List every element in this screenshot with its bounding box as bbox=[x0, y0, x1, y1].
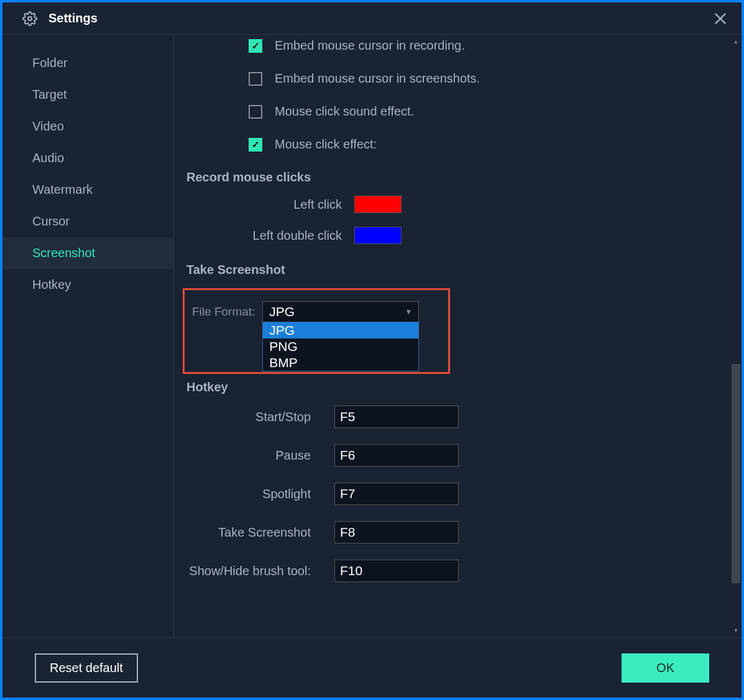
checkbox-embed-cursor-recording[interactable]: ✓ bbox=[249, 39, 262, 53]
hotkey-label: Show/Hide brush tool: bbox=[186, 564, 311, 578]
hotkey-row-brush-tool: Show/Hide brush tool: bbox=[186, 560, 719, 582]
body: Folder Target Video Audio Watermark Curs… bbox=[2, 35, 742, 637]
hotkey-label: Take Screenshot bbox=[186, 525, 311, 540]
titlebar: Settings bbox=[2, 2, 742, 35]
hotkey-label: Spotlight bbox=[186, 487, 311, 501]
hotkey-input-spotlight[interactable] bbox=[334, 483, 459, 505]
file-format-highlight: File Format: JPG ▼ JPG PNG BMP bbox=[183, 288, 450, 374]
gear-icon bbox=[22, 11, 37, 26]
settings-window: Settings Folder Target Video Audio Water… bbox=[2, 2, 742, 698]
sidebar-item-folder[interactable]: Folder bbox=[2, 47, 173, 79]
hotkey-label: Start/Stop bbox=[186, 410, 311, 424]
footer: Reset default OK bbox=[2, 637, 742, 698]
hotkey-row-pause: Pause bbox=[186, 444, 719, 466]
svg-point-0 bbox=[28, 17, 32, 20]
file-format-row: File Format: JPG ▼ JPG PNG BMP bbox=[192, 301, 441, 322]
left-click-label: Left click bbox=[186, 198, 342, 212]
checkbox-click-effect-row: ✓ Mouse click effect: bbox=[249, 137, 719, 152]
scroll-down-icon[interactable]: ▼ bbox=[732, 626, 740, 635]
sidebar-item-audio[interactable]: Audio bbox=[2, 142, 173, 174]
reset-default-button[interactable]: Reset default bbox=[35, 653, 138, 683]
hotkey-input-pause[interactable] bbox=[334, 444, 459, 466]
sidebar-item-watermark[interactable]: Watermark bbox=[2, 174, 173, 206]
window-title: Settings bbox=[48, 11, 98, 25]
checkbox-label: Mouse click sound effect. bbox=[275, 104, 414, 119]
scrollbar-thumb[interactable] bbox=[732, 364, 740, 583]
checkbox-embed-cursor-screenshots[interactable] bbox=[249, 72, 262, 86]
file-format-options: JPG PNG BMP bbox=[262, 322, 419, 371]
checkbox-click-sound[interactable] bbox=[249, 105, 262, 119]
file-format-selected[interactable]: JPG ▼ bbox=[262, 301, 419, 322]
checkbox-label: Embed mouse cursor in screenshots. bbox=[275, 71, 480, 86]
hotkey-row-spotlight: Spotlight bbox=[186, 483, 719, 505]
content: ✓ Embed mouse cursor in recording. Embed… bbox=[174, 35, 742, 637]
scroll-up-icon[interactable]: ▲ bbox=[732, 37, 740, 46]
sidebar-item-screenshot[interactable]: Screenshot bbox=[2, 237, 173, 269]
hotkey-input-take-screenshot[interactable] bbox=[334, 521, 459, 543]
chevron-down-icon: ▼ bbox=[405, 307, 412, 316]
file-format-option-jpg[interactable]: JPG bbox=[263, 322, 418, 339]
file-format-dropdown[interactable]: JPG ▼ JPG PNG BMP bbox=[262, 301, 419, 322]
checkbox-label: Embed mouse cursor in recording. bbox=[275, 39, 465, 53]
sidebar-item-video[interactable]: Video bbox=[2, 111, 173, 142]
hotkey-input-brush-tool[interactable] bbox=[334, 560, 459, 582]
checkbox-label: Mouse click effect: bbox=[275, 137, 377, 152]
left-click-color-swatch[interactable] bbox=[354, 196, 402, 213]
checkbox-embed-cursor-screenshots-row: Embed mouse cursor in screenshots. bbox=[249, 71, 719, 86]
ok-button[interactable]: OK bbox=[622, 653, 709, 683]
sidebar-item-target[interactable]: Target bbox=[2, 79, 173, 111]
hotkey-heading: Hotkey bbox=[186, 380, 719, 394]
hotkey-label: Pause bbox=[186, 448, 311, 463]
file-format-label: File Format: bbox=[192, 305, 255, 319]
file-format-option-png[interactable]: PNG bbox=[263, 339, 418, 355]
left-click-row: Left click bbox=[186, 196, 719, 213]
sidebar-item-cursor[interactable]: Cursor bbox=[2, 206, 173, 237]
content-wrap: ✓ Embed mouse cursor in recording. Embed… bbox=[174, 35, 742, 637]
file-format-option-bmp[interactable]: BMP bbox=[263, 355, 418, 371]
checkbox-click-sound-row: Mouse click sound effect. bbox=[249, 104, 719, 119]
hotkey-row-take-screenshot: Take Screenshot bbox=[186, 521, 719, 543]
sidebar: Folder Target Video Audio Watermark Curs… bbox=[2, 35, 174, 637]
left-double-click-color-swatch[interactable] bbox=[354, 227, 402, 244]
checkbox-click-effect[interactable]: ✓ bbox=[249, 138, 262, 152]
take-screenshot-heading: Take Screenshot bbox=[186, 263, 719, 277]
close-icon[interactable] bbox=[712, 10, 729, 27]
hotkey-input-start-stop[interactable] bbox=[334, 406, 459, 428]
left-double-click-row: Left double click bbox=[186, 227, 719, 244]
left-double-click-label: Left double click bbox=[186, 229, 342, 243]
hotkey-row-start-stop: Start/Stop bbox=[186, 406, 719, 428]
record-clicks-heading: Record mouse clicks bbox=[186, 170, 719, 184]
file-format-value: JPG bbox=[269, 304, 295, 319]
checkbox-embed-cursor-recording-row: ✓ Embed mouse cursor in recording. bbox=[249, 39, 719, 53]
sidebar-item-hotkey[interactable]: Hotkey bbox=[2, 269, 173, 301]
